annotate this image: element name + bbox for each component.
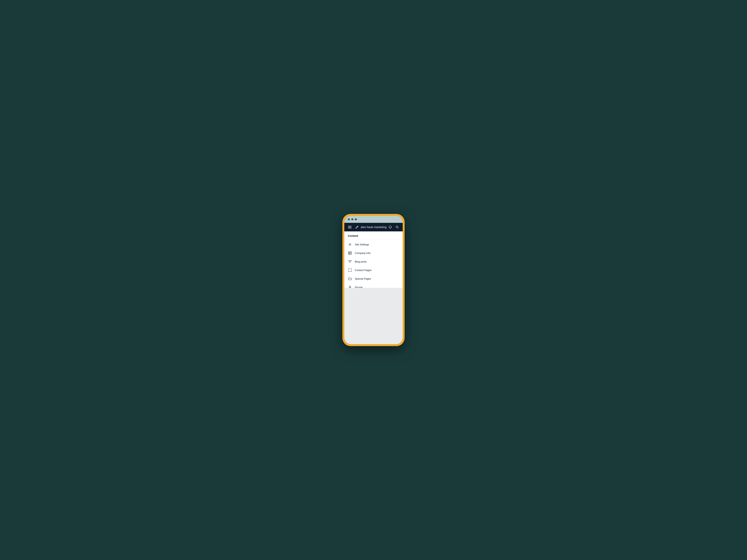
expand-icon: [348, 268, 352, 272]
menu-item-company-info[interactable]: Company Info: [344, 249, 403, 257]
dot-3: [355, 218, 357, 220]
menu-text-special-pages: Special Pages: [355, 277, 371, 280]
navbar-right-icons: [387, 224, 400, 230]
menu-item-blog-posts[interactable]: Blog posts: [344, 257, 403, 266]
svg-point-4: [350, 244, 350, 245]
edit-icon[interactable]: [354, 224, 360, 230]
menu-text-site-settings: Site Settings: [355, 243, 369, 246]
content-area: Content Site Settings: [344, 231, 403, 288]
phone-screen: alex-hauk-marketing Con: [344, 216, 403, 344]
svg-point-3: [396, 226, 398, 228]
person-icon: [348, 285, 352, 288]
status-bar: [344, 216, 403, 223]
content-label: Content: [348, 234, 358, 237]
svg-point-9: [349, 286, 351, 287]
gear-icon: [348, 242, 352, 246]
svg-rect-0: [348, 226, 352, 226]
navbar: alex-hauk-marketing: [344, 223, 403, 231]
menu-list: Site Settings Company Info: [344, 239, 403, 288]
svg-rect-2: [348, 228, 352, 229]
table-icon: [348, 251, 352, 255]
dot-2: [351, 218, 353, 220]
notification-icon[interactable]: [387, 224, 393, 230]
menu-item-site-settings[interactable]: Site Settings: [344, 240, 403, 249]
content-header: Content: [344, 231, 403, 239]
menu-text-blog-posts: Blog posts: [355, 260, 367, 263]
svg-rect-5: [349, 251, 351, 254]
phone-footer: [344, 288, 403, 344]
menu-text-company-info: Company Info: [355, 251, 370, 255]
dot-1: [348, 218, 350, 220]
folder-icon: [348, 276, 352, 281]
phone-frame: alex-hauk-marketing Con: [342, 214, 405, 346]
menu-text-content-pages: Content Pages: [355, 269, 371, 272]
navbar-title: alex-hauk-marketing: [361, 225, 387, 229]
menu-item-people[interactable]: People: [344, 283, 403, 288]
menu-item-special-pages[interactable]: Special Pages: [344, 274, 403, 283]
menu-item-content-pages[interactable]: Content Pages: [344, 266, 403, 274]
search-icon[interactable]: [394, 224, 400, 230]
menu-text-people: People: [355, 286, 363, 288]
triangle-down-icon: [348, 259, 352, 264]
svg-rect-1: [348, 227, 352, 227]
menu-icon[interactable]: [347, 224, 353, 230]
